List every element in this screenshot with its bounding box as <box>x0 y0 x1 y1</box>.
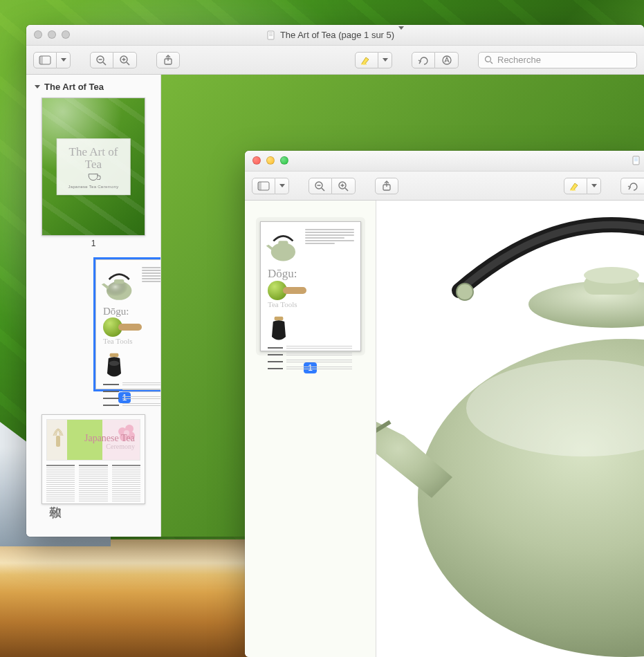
window-title-text: The Art of Tea (page 1 sur 5) <box>280 30 394 40</box>
title-dropdown-icon[interactable] <box>398 30 404 40</box>
jar-icon <box>269 315 288 343</box>
dogu-title: Dōgu: <box>268 267 356 281</box>
svg-point-20 <box>107 281 131 300</box>
highlight-group <box>564 178 601 194</box>
zoom-in-button[interactable] <box>113 52 137 68</box>
sidebar-title: The Art of Tea <box>44 82 104 92</box>
cover-subtitle: Japanese Tea Ceremony <box>62 185 126 189</box>
zoom-group <box>90 52 137 68</box>
disclosure-triangle-icon[interactable] <box>35 85 40 89</box>
whisk-icon <box>50 420 66 448</box>
zoom-in-button[interactable] <box>332 178 356 194</box>
svg-rect-48 <box>275 317 284 320</box>
zoom-out-button[interactable] <box>90 52 113 68</box>
svg-rect-5 <box>39 56 43 64</box>
zoom-in-icon <box>338 181 350 192</box>
sidebar-menu-button[interactable] <box>57 52 71 68</box>
highlight-menu-button[interactable] <box>378 52 392 68</box>
toolbar <box>245 172 644 201</box>
thumbnail-inserted-image: Dōgu: Tea Tools <box>95 259 161 389</box>
dogu-subtitle: Tea Tools <box>103 337 161 345</box>
sidebar-heading[interactable]: The Art of Tea <box>35 82 152 92</box>
document-icon <box>266 30 276 40</box>
markup-icon <box>441 55 453 66</box>
svg-rect-2 <box>269 34 273 35</box>
zoom-out-icon <box>95 55 108 66</box>
svg-line-37 <box>322 188 324 191</box>
thumbnail-1[interactable]: The Art of Tea Japanese Tea Ceremony <box>42 98 145 236</box>
rotate-markup-group <box>412 52 459 68</box>
close-button[interactable] <box>252 156 261 165</box>
teacup-icon <box>89 174 98 181</box>
cover-title: The Art of Tea <box>62 146 126 171</box>
view-mode-group <box>252 178 289 194</box>
spoon-icon <box>118 324 142 331</box>
spoon-icon <box>283 287 306 294</box>
svg-rect-45 <box>570 189 576 191</box>
jar-icon <box>104 352 124 380</box>
highlight-menu-button[interactable] <box>587 178 601 194</box>
thumbnail-2[interactable]: Japanese Tea Ceremony 和敬 <box>42 414 145 504</box>
highlighter-icon <box>360 55 374 65</box>
svg-point-52 <box>584 267 639 284</box>
window-body: Dōgu: Tea Tools 1 <box>245 201 644 657</box>
svg-rect-3 <box>269 35 273 36</box>
thumbnail-sidebar[interactable]: The Art of Tea The Art of Tea Japanese T… <box>26 75 161 537</box>
traffic-lights <box>34 30 70 39</box>
titlebar[interactable]: The Art of Tea (page 1 sur 5) <box>26 25 644 46</box>
highlighter-icon <box>569 181 582 191</box>
share-icon <box>381 181 392 192</box>
svg-line-7 <box>103 62 106 65</box>
rotate-button[interactable] <box>412 52 435 68</box>
dogu-title: Dōgu: <box>103 306 161 317</box>
dogu-subtitle: Tea Tools <box>268 300 356 308</box>
document-content-kettle <box>376 201 644 657</box>
thumbnail-1-image: The Art of Tea Japanese Tea Ceremony <box>42 98 145 236</box>
close-button[interactable] <box>34 30 42 39</box>
zoom-group <box>309 178 356 194</box>
zoom-button[interactable] <box>280 156 288 165</box>
thumbnail-1[interactable]: Dōgu: Tea Tools <box>256 217 365 355</box>
svg-rect-1 <box>269 33 273 33</box>
thumbnail-2-image: Japanese Tea Ceremony 和敬 <box>42 414 145 504</box>
document-proxy-icon[interactable] <box>632 156 641 167</box>
view-mode-group <box>33 52 71 68</box>
svg-line-40 <box>345 188 348 191</box>
titlebar[interactable] <box>245 151 644 172</box>
kettle-icon <box>100 266 138 303</box>
share-button[interactable] <box>156 52 180 68</box>
preview-window-2[interactable]: Dōgu: Tea Tools 1 <box>245 151 644 657</box>
rotate-button[interactable] <box>620 178 644 194</box>
share-icon <box>163 55 174 66</box>
minimize-button[interactable] <box>266 156 275 165</box>
svg-point-46 <box>271 243 295 261</box>
svg-rect-15 <box>361 64 367 65</box>
svg-rect-33 <box>634 160 638 161</box>
minimize-button[interactable] <box>48 30 56 39</box>
zoom-button[interactable] <box>62 30 70 39</box>
thumbnail-1-label: 1 <box>33 239 154 248</box>
markup-button[interactable] <box>435 52 459 68</box>
svg-line-10 <box>127 62 129 65</box>
search-field[interactable]: Recherche <box>478 52 637 68</box>
sidebar-toggle-button[interactable] <box>252 178 275 194</box>
share-button[interactable] <box>375 178 398 194</box>
jtea-subtitle: Ceremony <box>106 443 135 450</box>
search-icon <box>484 55 493 64</box>
thumbnail-inserted[interactable]: Dōgu: Tea Tools <box>95 259 161 389</box>
highlight-button[interactable] <box>355 52 378 68</box>
kettle-icon <box>265 228 302 264</box>
window-title: The Art of Tea (page 1 sur 5) <box>266 30 404 40</box>
document-area[interactable] <box>376 201 644 657</box>
search-placeholder: Recherche <box>497 55 541 65</box>
svg-point-49 <box>457 284 473 300</box>
thumbnail-sidebar[interactable]: Dōgu: Tea Tools 1 <box>245 201 376 657</box>
zoom-out-button[interactable] <box>309 178 332 194</box>
svg-rect-31 <box>634 158 638 158</box>
sidebar-toggle-button[interactable] <box>33 52 57 68</box>
svg-point-17 <box>486 57 491 62</box>
svg-rect-21 <box>114 279 125 284</box>
sidebar-menu-button[interactable] <box>275 178 289 194</box>
highlight-button[interactable] <box>564 178 587 194</box>
zoom-out-icon <box>314 181 326 192</box>
